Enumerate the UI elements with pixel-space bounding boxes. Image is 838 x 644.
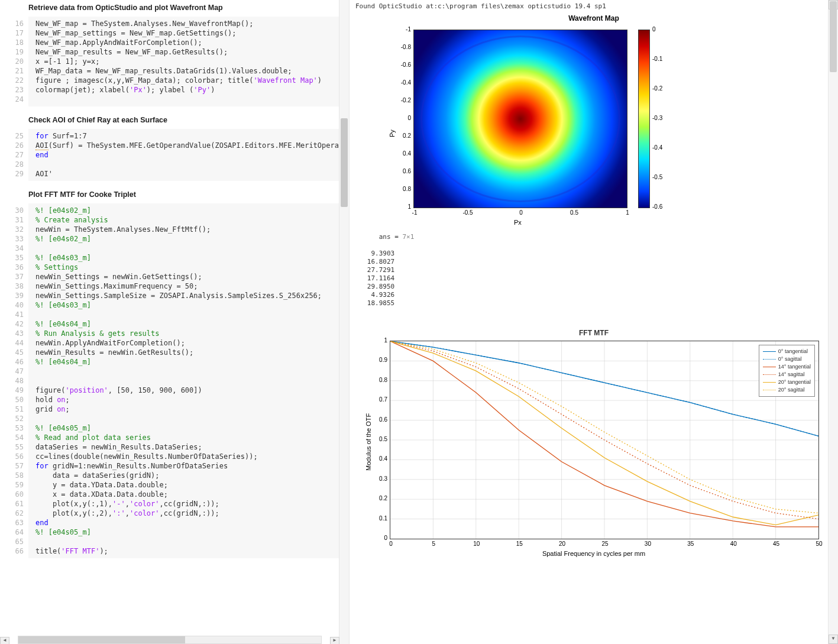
legend-entry: 0° sagittal: [763, 355, 811, 363]
code-line[interactable]: 20x =[-1 1]; y=x;: [28, 57, 344, 66]
x-tick: 0.5: [567, 209, 581, 216]
code-line[interactable]: 65: [28, 537, 344, 546]
legend-entry: 14° tangential: [763, 363, 811, 371]
code-line[interactable]: 38newWin_Settings.MaximumFrequency = 50;: [28, 281, 344, 291]
code-line[interactable]: 56cc=lines(double(newWin_Results.NumberO…: [28, 452, 344, 461]
hscroll-left-button[interactable]: ◄: [0, 637, 9, 644]
colorbar-tick: -0.3: [652, 115, 662, 121]
code-line[interactable]: 21WF_Map_data = New_WF_map_results.DataG…: [28, 66, 344, 76]
code-line[interactable]: 62 plot(x,y(:,2),':','color',cc(gridN,:)…: [28, 509, 344, 518]
code-line[interactable]: 16New_WF_map = TheSystem.Analyses.New_Wa…: [28, 19, 344, 28]
code-line[interactable]: 46%! [e04s04_m]: [28, 357, 344, 367]
x-tick: 50: [813, 541, 825, 547]
x-tick: 10: [471, 541, 483, 547]
colorbar-tick: -0.4: [652, 144, 662, 151]
ans-value: 27.7291: [355, 266, 838, 274]
code-line[interactable]: 53%! [e04s05_m]: [28, 423, 344, 433]
code-line[interactable]: 42%! [e04s04_m]: [28, 319, 344, 329]
x-axis-label: Px: [514, 219, 522, 226]
legend-swatch: [763, 359, 776, 360]
wavefront-plot-area: -1-0.8-0.6-0.4-0.200.20.40.60.81 -1-0.50…: [378, 25, 810, 220]
output-pane: Found OpticStudio at:c:\program files\ze…: [350, 0, 838, 644]
chart-legend: 0° tangential0° sagittal14° tangential14…: [759, 345, 815, 397]
ans-value: 18.9855: [355, 299, 838, 308]
y-tick: 0.9: [374, 357, 387, 363]
code-line[interactable]: 39newWin_Settings.SampleSize = ZOSAPI.An…: [28, 291, 344, 300]
code-line[interactable]: 63end: [28, 518, 344, 528]
mtf-chart: FFT MTF 0° tangential0° sagittal14° tang…: [354, 329, 833, 559]
code-line[interactable]: 30%! [e04s02_m]: [28, 206, 344, 215]
colorbar-tick: -0.1: [652, 56, 662, 62]
x-tick: 15: [513, 541, 525, 547]
ans-label: ans =: [379, 233, 403, 241]
code-line[interactable]: 27end: [28, 150, 344, 160]
code-line[interactable]: 22figure ; imagesc(x,y,WF_Map_data); col…: [28, 76, 344, 85]
code-line[interactable]: 50hold on;: [28, 395, 344, 404]
code-line[interactable]: 34: [28, 244, 344, 253]
code-line[interactable]: 31% Create analysis: [28, 215, 344, 225]
code-editor[interactable]: Retrieve data from OpticStudio and plot …: [0, 0, 349, 638]
code-line[interactable]: 59 y = data.YData.Data.double;: [28, 480, 344, 490]
mtf-plot-area: 0° tangential0° sagittal14° tangential14…: [390, 341, 819, 539]
colorbar-tick: -0.6: [652, 203, 662, 210]
code-line[interactable]: 49figure('position', [50, 150, 900, 600]…: [28, 386, 344, 395]
code-line[interactable]: 61 plot(x,y(:,1),'-','color',cc(gridN,:)…: [28, 499, 344, 509]
code-line[interactable]: 17New_WF_map_settings = New_WF_map.GetSe…: [28, 28, 344, 38]
code-line[interactable]: 29AOI': [28, 169, 344, 179]
legend-swatch: [763, 390, 776, 390]
scrollbar-thumb[interactable]: [830, 1, 837, 72]
code-line[interactable]: 25for Surf=1:7: [28, 131, 344, 141]
y-tick: 1: [374, 337, 387, 344]
x-tick: 20: [556, 541, 568, 547]
code-line[interactable]: 55dataSeries = newWin_Results.DataSeries…: [28, 442, 344, 452]
y-tick: 0.7: [374, 396, 387, 403]
section-header: Retrieve data from OpticStudio and plot …: [26, 0, 349, 15]
code-line[interactable]: 28: [28, 160, 344, 169]
code-line[interactable]: 51grid on;: [28, 404, 344, 414]
x-tick: 45: [771, 541, 782, 547]
code-line[interactable]: 40%! [e04s03_m]: [28, 300, 344, 310]
scrollbar-thumb[interactable]: [341, 118, 348, 207]
code-line[interactable]: 37newWin_Settings = newWin.GetSettings()…: [28, 272, 344, 281]
code-line[interactable]: 18New_WF_map.ApplyAndWaitForCompletion()…: [28, 38, 344, 47]
code-line[interactable]: 64%! [e04s05_m]: [28, 528, 344, 537]
y-axis-label: Py: [389, 130, 396, 137]
colorbar: [638, 30, 650, 208]
hscroll-right-button[interactable]: ►: [330, 637, 339, 644]
x-tick: 35: [685, 541, 697, 547]
code-line[interactable]: 41: [28, 310, 344, 319]
code-line[interactable]: 57for gridN=1:newWin_Results.NumberOfDat…: [28, 461, 344, 471]
code-line[interactable]: 26AOI(Surf) = TheSystem.MFE.GetOperandVa…: [28, 141, 344, 150]
legend-label: 20° tangential: [778, 378, 811, 386]
code-line[interactable]: 43% Run Analysis & gets results: [28, 329, 344, 338]
scrollbar-thumb[interactable]: [18, 636, 185, 643]
editor-vertical-scrollbar[interactable]: [339, 0, 349, 644]
scroll-down-button[interactable]: ▼: [829, 635, 838, 644]
code-line[interactable]: 58 data = dataSeries(gridN);: [28, 471, 344, 480]
section-header: Plot FFT MTF for Cooke Triplet: [26, 187, 349, 202]
y-tick: 0.5: [374, 436, 387, 442]
code-line[interactable]: 35%! [e04s03_m]: [28, 253, 344, 263]
code-line[interactable]: 66title('FFT MTF');: [28, 546, 344, 556]
code-line[interactable]: 44newWin.ApplyAndWaitForCompletion();: [28, 338, 344, 348]
y-tick: 0.1: [374, 515, 387, 522]
ans-value: 9.3903: [355, 250, 838, 258]
code-line[interactable]: 48: [28, 376, 344, 386]
code-line[interactable]: 24: [28, 95, 344, 104]
code-line[interactable]: 60 x = data.XData.Data.double;: [28, 490, 344, 499]
code-line[interactable]: 54% Read and plot data series: [28, 433, 344, 442]
code-line[interactable]: 45newWin_Results = newWin.GetResults();: [28, 348, 344, 357]
code-line[interactable]: 32newWin = TheSystem.Analyses.New_FftMtf…: [28, 225, 344, 234]
y-tick: -0.8: [399, 44, 411, 50]
editor-horizontal-scrollbar[interactable]: [18, 636, 322, 644]
ans-value: 29.8950: [355, 283, 838, 291]
code-line[interactable]: 47: [28, 367, 344, 376]
output-vertical-scrollbar[interactable]: ▲ ▼: [828, 0, 838, 644]
code-line[interactable]: 52: [28, 414, 344, 423]
x-tick: 1: [620, 209, 635, 216]
code-line[interactable]: 33%! [e04s02_m]: [28, 234, 344, 244]
colorbar-tick: 0: [652, 26, 656, 33]
code-line[interactable]: 19New_WF_map_results = New_WF_map.GetRes…: [28, 47, 344, 57]
code-line[interactable]: 23colormap(jet); xlabel('Px'); ylabel ('…: [28, 85, 344, 95]
code-line[interactable]: 36% Settings: [28, 263, 344, 272]
